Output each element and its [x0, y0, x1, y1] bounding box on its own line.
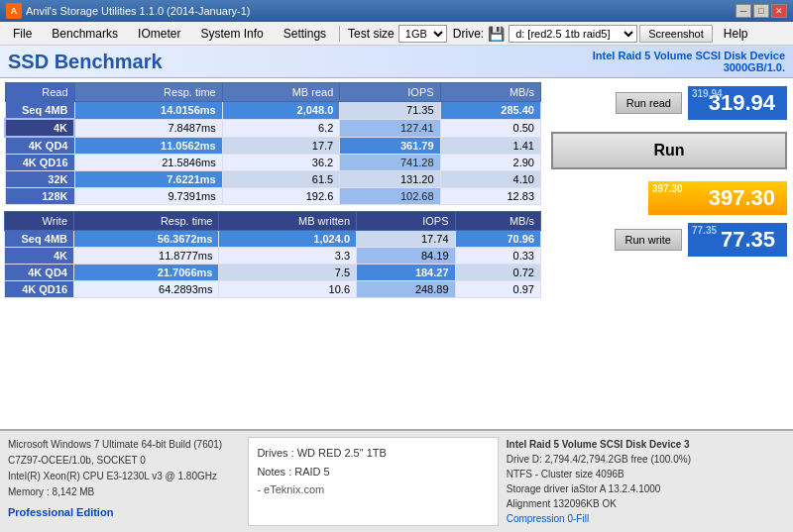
test-size-label: Test size [348, 27, 395, 41]
read-row0-iops: 71.35 [340, 102, 440, 120]
write-row1-mb: 3.3 [219, 248, 357, 265]
drive-select[interactable]: d: [red2.5 1tb raid5] [509, 25, 637, 43]
intel-line6: Compression 0-Fill [507, 511, 785, 526]
test-size-select[interactable]: 1GB4GB [398, 25, 447, 43]
read-row3-mb: 36.2 [222, 155, 340, 171]
screenshot-button[interactable]: Screenshot [639, 25, 713, 43]
read-score-display: 319.94 319.94 [688, 86, 787, 120]
title-bar-text: Anvil's Storage Utilities 1.1.0 (2014-Ja… [26, 5, 736, 17]
bottom-info: Microsoft Windows 7 Ultimate 64-bit Buil… [0, 429, 793, 532]
write-row0-resp: 56.3672ms [74, 231, 219, 248]
sys-line1: Microsoft Windows 7 Ultimate 64-bit Buil… [8, 437, 240, 453]
table-row: 4K QD4 21.7066ms 7.5 184.27 0.72 [5, 265, 541, 281]
pro-edition-label: Professional Edition [8, 504, 240, 522]
maximize-button[interactable]: □ [753, 4, 769, 18]
read-row5-resp: 9.7391ms [74, 188, 222, 205]
notes-line2: Notes : RAID 5 [257, 463, 489, 481]
read-row2-label: 4K QD4 [5, 137, 74, 155]
hdd-icon: 💾 [488, 26, 505, 42]
write-row1-label: 4K [5, 248, 74, 265]
read-row2-resp: 11.0562ms [74, 137, 222, 155]
device-info: Intel Raid 5 Volume SCSI Disk Device 300… [593, 50, 785, 73]
read-row2-mb: 17.7 [222, 137, 340, 155]
table-row: 128K 9.7391ms 192.6 102.68 12.83 [5, 188, 541, 205]
write-col-mbs: MB/s [455, 212, 540, 231]
table-row: 4K 7.8487ms 6.2 127.41 0.50 [5, 119, 541, 137]
read-row5-mbs: 12.83 [440, 188, 540, 205]
test-size-group: Test size 1GB4GB [348, 25, 447, 43]
read-row2-iops: 361.79 [340, 137, 440, 155]
main-content: SSD Benchmark Intel Raid 5 Volume SCSI D… [0, 46, 793, 532]
read-row5-iops: 102.68 [340, 188, 440, 205]
menu-file[interactable]: File [4, 24, 41, 44]
write-row2-resp: 21.7066ms [74, 265, 219, 281]
write-col-mb: MB written [219, 212, 357, 231]
read-row1-mb: 6.2 [222, 119, 340, 137]
notes-line1: Drives : WD RED 2.5" 1TB [257, 444, 489, 463]
read-row0-mb: 2,048.0 [222, 102, 340, 120]
read-row0-resp: 14.0156ms [74, 102, 222, 120]
read-table: Read Resp. time MB read IOPS MB/s Seq 4M… [4, 82, 541, 205]
total-score-display: 397.30 397.30 [648, 181, 787, 215]
read-row1-iops: 127.41 [340, 119, 440, 137]
run-read-button[interactable]: Run read [616, 92, 682, 114]
menu-benchmarks[interactable]: Benchmarks [43, 24, 127, 44]
table-row: 4K QD4 11.0562ms 17.7 361.79 1.41 [5, 137, 541, 155]
read-row3-label: 4K QD16 [5, 155, 74, 171]
write-row3-iops: 248.89 [357, 281, 456, 298]
write-row0-mb: 1,024.0 [219, 231, 357, 248]
sys-line3: Intel(R) Xeon(R) CPU E3-1230L v3 @ 1.80G… [8, 469, 240, 484]
bench-area: Read Resp. time MB read IOPS MB/s Seq 4M… [0, 78, 793, 429]
run-write-button[interactable]: Run write [615, 229, 682, 251]
sys-line2: C7Z97-OCEE/1.0b, SOCKET 0 [8, 453, 240, 469]
menu-iometer[interactable]: IOmeter [129, 24, 189, 44]
write-row0-iops: 17.74 [357, 231, 456, 248]
read-row4-mbs: 4.10 [440, 171, 540, 188]
close-button[interactable]: ✕ [771, 4, 787, 18]
intel-line2: Drive D: 2,794.4/2,794.2GB free (100.0%) [507, 452, 785, 467]
write-row1-resp: 11.8777ms [74, 248, 219, 265]
read-row0-mbs: 285.40 [440, 102, 540, 120]
read-row1-resp: 7.8487ms [74, 119, 222, 137]
write-row0-label: Seq 4MB [5, 231, 74, 248]
table-row: 4K QD16 21.5846ms 36.2 741.28 2.90 [5, 155, 541, 171]
total-score-row: 397.30 397.30 [551, 181, 787, 215]
ssd-title: SSD Benchmark [8, 51, 163, 73]
drive-group: Drive: 💾 d: [red2.5 1tb raid5] [453, 25, 637, 43]
menu-sysinfo[interactable]: System Info [191, 24, 272, 44]
menu-help[interactable]: Help [715, 24, 757, 44]
read-score-small: 319.94 [692, 88, 723, 99]
menu-bar: File Benchmarks IOmeter System Info Sett… [0, 22, 793, 46]
drive-label: Drive: [453, 27, 484, 41]
table-row: 32K 7.6221ms 61.5 131.20 4.10 [5, 171, 541, 188]
intel-line3: NTFS - Cluster size 4096B [507, 467, 785, 481]
write-row2-mb: 7.5 [219, 265, 357, 281]
write-col-resp: Resp. time [74, 212, 219, 231]
title-bar: A Anvil's Storage Utilities 1.1.0 (2014-… [0, 0, 793, 22]
write-row2-label: 4K QD4 [5, 265, 74, 281]
read-row1-label: 4K [5, 119, 74, 137]
table-row: Seq 4MB 56.3672ms 1,024.0 17.74 70.96 [5, 231, 541, 248]
minimize-button[interactable]: ─ [736, 4, 751, 18]
read-row5-mb: 192.6 [222, 188, 340, 205]
read-row4-label: 32K [5, 171, 74, 188]
intel-line1: Intel Raid 5 Volume SCSI Disk Device 3 [507, 437, 785, 452]
intel-info: Intel Raid 5 Volume SCSI Disk Device 3 D… [507, 437, 785, 526]
menu-settings[interactable]: Settings [275, 24, 335, 44]
run-button[interactable]: Run [551, 132, 787, 169]
write-row1-iops: 84.19 [357, 248, 456, 265]
read-col-iops: IOPS [340, 83, 440, 102]
device-line1: Intel Raid 5 Volume SCSI Disk Device [593, 50, 785, 61]
window-controls: ─ □ ✕ [736, 4, 787, 18]
sys-line4: Memory : 8,142 MB [8, 484, 240, 500]
ssd-header: SSD Benchmark Intel Raid 5 Volume SCSI D… [0, 46, 793, 78]
write-table: Write Resp. time MB written IOPS MB/s Se… [4, 211, 541, 298]
read-score-row: Run read 319.94 319.94 [551, 86, 787, 120]
write-score-row: Run write 77.35 77.35 [551, 223, 787, 257]
drive-notes: Drives : WD RED 2.5" 1TB Notes : RAID 5 … [248, 437, 498, 526]
intel-line4: Storage driver iaStor A 13.2.4.1000 [507, 481, 785, 496]
write-score-value: 77.35 [721, 227, 775, 252]
app-icon: A [6, 3, 22, 19]
read-row4-mb: 61.5 [222, 171, 340, 188]
table-area: Read Resp. time MB read IOPS MB/s Seq 4M… [0, 78, 545, 429]
